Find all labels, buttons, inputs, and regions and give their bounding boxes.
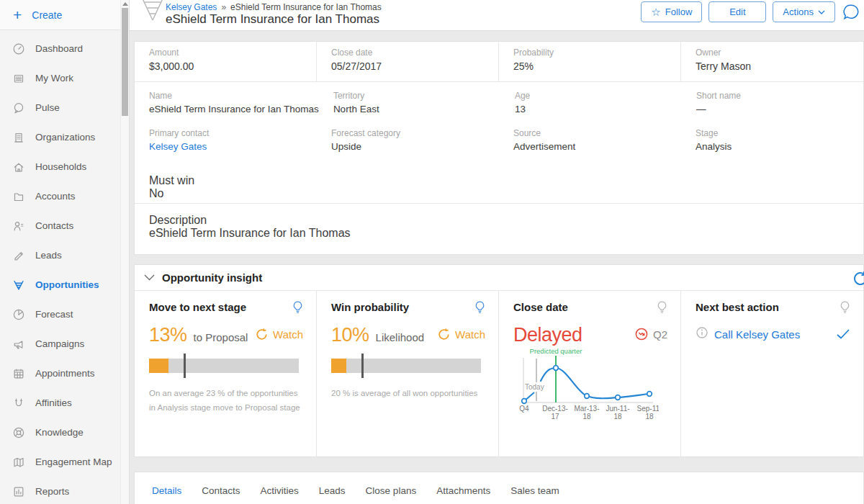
watch-button[interactable]: Watch [255, 328, 303, 341]
create-button[interactable]: + Create [0, 0, 129, 30]
sidebar-item-label: Knowledge [35, 427, 84, 438]
field-short-name: Short name — [682, 82, 863, 120]
complete-check-icon[interactable] [836, 328, 850, 340]
edit-button[interactable]: Edit [708, 1, 766, 22]
sidebar-item-label: My Work [35, 73, 73, 84]
scroll-up-icon[interactable] [122, 2, 128, 6]
sidebar-item-knowledge[interactable]: Knowledge [0, 418, 129, 447]
field-primary-contact: Primary contact Kelsey Gates [135, 120, 317, 157]
hint-bulb-icon[interactable] [292, 300, 303, 318]
engagement-map-icon [12, 456, 25, 469]
card-caption: 20 % is average of all won opportunities [331, 386, 482, 400]
create-label: Create [32, 9, 62, 21]
refresh-icon[interactable] [852, 270, 864, 290]
header-actions: ☆ Follow Edit Actions [641, 1, 860, 22]
tab-sales-team[interactable]: Sales team [510, 485, 559, 496]
opportunity-funnel-icon [139, 0, 166, 24]
actions-button[interactable]: Actions [773, 1, 835, 22]
sidebar-item-reports[interactable]: Reports [0, 477, 129, 504]
scrollbar-thumb[interactable] [122, 8, 128, 116]
svg-text:Today: Today [525, 383, 544, 391]
sidebar-item-contacts[interactable]: Contacts [0, 211, 129, 240]
my-work-icon [12, 72, 25, 85]
svg-text:18: 18 [582, 413, 591, 420]
next-best-action-card: Next best action Call Kelsey Gates [681, 291, 863, 457]
sidebar-item-opportunities[interactable]: Opportunities [0, 270, 129, 300]
field-forecast-category: Forecast category Upside [317, 120, 499, 157]
svg-text:Mar-13-: Mar-13- [574, 405, 599, 413]
hint-bulb-icon[interactable] [657, 300, 667, 318]
svg-text:Sep-11-: Sep-11- [637, 405, 659, 413]
sidebar-item-label: Households [35, 161, 86, 172]
contacts-icon [12, 220, 25, 233]
insight-cards: Move to next stage 13% to Proposal Watch [135, 291, 863, 457]
delayed-trend-icon [634, 327, 649, 341]
win-probability-percent: 10% [331, 324, 369, 346]
sidebar-item-label: Opportunities [35, 279, 99, 290]
field-stage: Stage Analysis [681, 120, 863, 157]
record-header: Kelsey Gates»eShield Term Insurance for … [130, 0, 864, 31]
sidebar-nav: Dashboard My Work Pulse Organizations Ho… [0, 30, 129, 504]
sidebar-item-accounts[interactable]: Accounts [0, 181, 129, 211]
move-to-next-stage-card: Move to next stage 13% to Proposal Watch [135, 291, 317, 457]
stage-move-percent: 13% [149, 324, 187, 346]
sidebar-item-campaigns[interactable]: Campaigns [0, 329, 129, 359]
opportunities-icon [12, 279, 25, 292]
hint-bulb-icon[interactable] [474, 300, 485, 318]
leads-icon [12, 249, 25, 262]
tab-leads[interactable]: Leads [319, 485, 346, 496]
tab-activities[interactable]: Activities [261, 485, 299, 496]
sidebar-item-dashboard[interactable]: Dashboard [0, 34, 129, 63]
sidebar: + Create Dashboard My Work Pulse Organiz… [0, 0, 130, 504]
svg-text:18: 18 [645, 413, 654, 420]
primary-contact-link[interactable]: Kelsey Gates [149, 141, 317, 152]
affinities-icon [12, 397, 25, 410]
watch-button[interactable]: Watch [437, 328, 485, 341]
card-title: Move to next stage [149, 301, 246, 313]
sidebar-item-households[interactable]: Households [0, 152, 129, 181]
info-icon[interactable] [696, 326, 708, 342]
sidebar-item-leads[interactable]: Leads [0, 240, 129, 270]
field-amount: Amount $3,000.00 [135, 42, 317, 81]
reports-icon [12, 485, 25, 498]
sidebar-scrollbar[interactable] [120, 0, 129, 504]
close-date-chart: Predicted quarterTodayQ4Dec-13-17Mar-13-… [508, 348, 659, 423]
sidebar-item-pulse[interactable]: Pulse [0, 93, 129, 122]
progress-fill [331, 359, 346, 373]
insight-header: Opportunity insight [135, 265, 863, 291]
tab-close-plans[interactable]: Close plans [366, 485, 417, 496]
delay-quarter: Q2 [634, 327, 667, 341]
details-panel: Amount $3,000.00 Close date 05/27/2017 P… [134, 41, 864, 255]
field-territory: Territory North East [319, 82, 500, 120]
hint-bulb-icon[interactable] [840, 300, 850, 318]
average-marker [184, 354, 186, 378]
follow-button[interactable]: ☆ Follow [641, 1, 702, 22]
next-best-action-link[interactable]: Call Kelsey Gates [714, 328, 800, 341]
chat-icon[interactable] [842, 3, 860, 22]
dashboard-icon [12, 42, 25, 55]
card-title: Next best action [696, 301, 779, 313]
fields-row: Name eShield Term Insurance for Ian Thom… [135, 82, 863, 120]
breadcrumb-separator: » [221, 2, 226, 12]
tab-details[interactable]: Details [152, 485, 181, 496]
sidebar-item-organizations[interactable]: Organizations [0, 122, 129, 152]
star-icon: ☆ [651, 6, 660, 17]
sidebar-item-my-work[interactable]: My Work [0, 63, 129, 93]
sidebar-item-forecast[interactable]: Forecast [0, 300, 129, 329]
fields-row: Primary contact Kelsey Gates Forecast ca… [135, 120, 863, 157]
sidebar-item-affinities[interactable]: Affinities [0, 388, 129, 418]
svg-text:18: 18 [613, 413, 622, 420]
sidebar-item-engagement-map[interactable]: Engagement Map [0, 447, 129, 477]
collapse-chevron-icon[interactable] [144, 274, 155, 281]
households-icon [12, 161, 25, 174]
record-tabs: Details Contacts Activities Leads Close … [134, 472, 864, 504]
progress-fill [149, 359, 168, 373]
breadcrumb: Kelsey Gates»eShield Term Insurance for … [166, 2, 382, 12]
sidebar-item-appointments[interactable]: Appointments [0, 359, 129, 388]
card-caption: On an average 23 % of the opportunities … [149, 386, 300, 415]
breadcrumb-link[interactable]: Kelsey Gates [166, 2, 217, 12]
tab-contacts[interactable]: Contacts [202, 485, 240, 496]
sidebar-item-label: Contacts [35, 220, 73, 231]
tab-attachments[interactable]: Attachments [436, 485, 490, 496]
forecast-icon [12, 308, 25, 321]
